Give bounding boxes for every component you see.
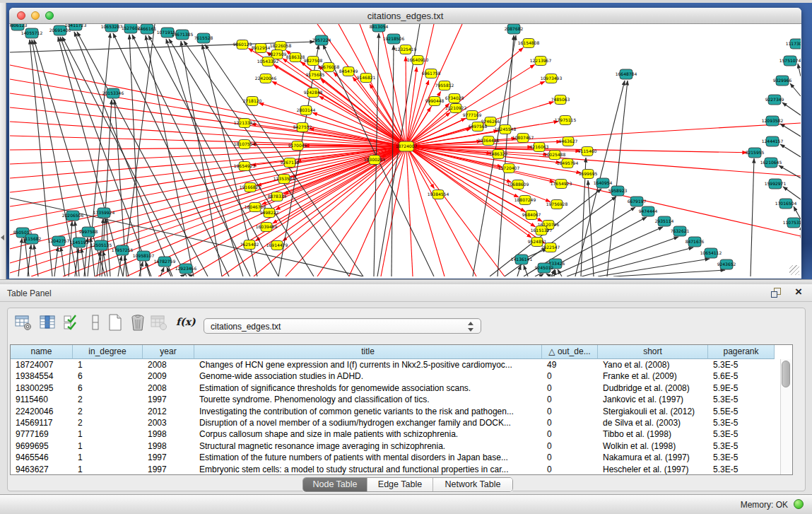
table-cell[interactable]: Investigating the contribution of common…: [194, 406, 542, 417]
network-node-yellow[interactable]: 18807249: [514, 196, 536, 205]
network-node-yellow[interactable]: 16914479: [266, 241, 288, 250]
table-cell[interactable]: 1: [73, 440, 143, 452]
network-node-teal[interactable]: 12923466: [175, 264, 197, 274]
table-cell[interactable]: 0: [542, 464, 598, 475]
table-cell[interactable]: 9465546: [11, 452, 73, 463]
table-cell[interactable]: Disruption of a novel member of a sodium…: [194, 417, 542, 428]
network-node-teal[interactable]: 16648784: [616, 69, 637, 79]
table-cell[interactable]: 49: [542, 359, 598, 370]
column-header-short[interactable]: short: [598, 345, 708, 359]
network-edge-red[interactable]: [10, 136, 406, 146]
table-cell[interactable]: 9777169: [11, 428, 73, 440]
network-node-teal[interactable]: 20153346: [102, 88, 124, 98]
network-edge-black[interactable]: [77, 32, 208, 276]
network-node-yellow[interactable]: 16245548: [495, 125, 517, 134]
table-cell[interactable]: 1: [73, 452, 143, 463]
table-cell[interactable]: 22420046: [11, 406, 73, 417]
close-panel-icon[interactable]: ×: [795, 285, 802, 299]
network-edge-black[interactable]: [546, 274, 551, 276]
horizontal-splitter[interactable]: [0, 279, 812, 284]
network-edge-red[interactable]: [10, 93, 406, 146]
network-node-yellow[interactable]: 9860123: [233, 40, 252, 49]
network-edge-red[interactable]: [406, 123, 801, 146]
select-columns-icon[interactable]: [38, 313, 57, 332]
network-node-teal[interactable]: 11173044: [786, 39, 801, 49]
network-edge-red[interactable]: [406, 146, 801, 236]
network-node-yellow[interactable]: 8186328: [286, 53, 305, 62]
network-node-yellow[interactable]: 12213342: [234, 119, 256, 128]
table-cell[interactable]: 5.6E-5: [708, 370, 775, 382]
network-graph[interactable]: 9806123140557122069140610411723106532871…: [10, 24, 801, 276]
table-cell[interactable]: 2: [73, 394, 143, 405]
table-row[interactable]: 1872400712008Changes of HCN gene express…: [11, 359, 775, 370]
network-node-teal[interactable]: 17359924: [93, 208, 115, 218]
network-edge-red[interactable]: [353, 77, 406, 146]
table-cell[interactable]: 0: [542, 428, 598, 440]
column-header-outde[interactable]: △ out_de...: [542, 345, 598, 359]
table-cell[interactable]: Tourette syndrome. Phenomenology and cla…: [194, 394, 542, 405]
network-node-teal[interactable]: 8215955: [746, 148, 765, 158]
network-node-teal[interactable]: 8813054: [370, 24, 389, 32]
network-edge-black[interactable]: [34, 245, 38, 276]
network-edge-black[interactable]: [169, 39, 314, 276]
table-cell[interactable]: 18724007: [11, 359, 73, 370]
network-edge-black[interactable]: [780, 124, 801, 136]
table-cell[interactable]: 2003: [143, 417, 194, 428]
table-cell[interactable]: 5.3E-5: [708, 359, 775, 370]
network-node-teal[interactable]: 19218506: [383, 34, 405, 44]
network-node-yellow[interactable]: 17975115: [555, 116, 577, 125]
network-node-yellow[interactable]: 8454749: [339, 67, 358, 76]
table-row[interactable]: 946362711997Embryonic stem cells: a mode…: [11, 464, 775, 475]
table-cell[interactable]: 6: [73, 370, 143, 382]
table-cell[interactable]: Embryonic stem cells: a model to study s…: [194, 464, 542, 475]
network-edge-black[interactable]: [798, 64, 801, 76]
table-cell[interactable]: 5.3E-5: [708, 464, 775, 475]
network-node-teal[interactable]: 16210645: [760, 158, 782, 168]
table-cell[interactable]: 5.3E-5: [708, 394, 775, 405]
table-cell[interactable]: 9463627: [11, 464, 73, 475]
table-cell[interactable]: 5.3E-5: [708, 417, 775, 428]
network-node-yellow[interactable]: 7486322: [489, 150, 508, 159]
table-cell[interactable]: 1997: [143, 394, 194, 405]
network-node-yellow[interactable]: 9267130: [281, 158, 300, 168]
network-node-yellow[interactable]: 16039489: [256, 223, 278, 232]
network-edge-black[interactable]: [182, 274, 185, 276]
network-node-teal[interactable]: 9997588: [79, 227, 98, 237]
table-cell[interactable]: Tibbo et al. (1998): [598, 428, 708, 440]
table-cell[interactable]: Estimation of the future numbers of pati…: [194, 452, 542, 463]
column-header-pagerank[interactable]: pagerank: [708, 345, 775, 359]
table-cell[interactable]: Hescheler et al. (1997): [598, 464, 708, 475]
tab-network-table[interactable]: Network Table: [433, 478, 512, 491]
table-cell[interactable]: 5.3E-5: [708, 428, 775, 440]
collapse-arrow-icon[interactable]: [1, 235, 4, 240]
table-cell[interactable]: 5.3E-5: [708, 452, 775, 463]
table-scrollbar[interactable]: [780, 359, 792, 474]
column-header-year[interactable]: year: [143, 345, 194, 359]
table-cell[interactable]: de Silva et al. (2003): [598, 417, 708, 428]
network-node-yellow[interactable]: 16154808: [518, 39, 540, 48]
network-node-yellow[interactable]: 9115460: [578, 147, 597, 156]
table-cell[interactable]: 0: [542, 382, 598, 394]
table-cell[interactable]: 2: [73, 406, 143, 417]
network-edge-black[interactable]: [132, 35, 250, 276]
network-node-yellow[interactable]: 9990448: [425, 97, 445, 106]
table-cell[interactable]: 0: [542, 452, 598, 463]
network-node-teal[interactable]: 12505135: [90, 240, 112, 250]
network-node-yellow[interactable]: 19384554: [428, 190, 449, 199]
table-cell[interactable]: 0: [542, 370, 598, 382]
network-edge-black[interactable]: [54, 247, 58, 276]
table-cell[interactable]: 1997: [143, 452, 194, 463]
network-node-teal[interactable]: 17957255: [112, 245, 134, 255]
new-table-icon[interactable]: [106, 313, 124, 332]
network-edge-red[interactable]: [10, 79, 406, 146]
merge-tables-icon[interactable]: [86, 313, 105, 332]
window-resize-grip[interactable]: [789, 265, 799, 275]
network-edge-red[interactable]: [283, 146, 406, 241]
table-cell[interactable]: Nakamura et al. (1997): [598, 452, 708, 463]
network-node-yellow[interactable]: 12325419: [395, 45, 417, 54]
network-edge-black[interactable]: [780, 144, 801, 157]
network-node-yellow[interactable]: 10807467: [512, 134, 534, 143]
network-node-teal[interactable]: 7957224: [312, 35, 331, 45]
network-node-yellow[interactable]: 18226058: [270, 42, 292, 51]
network-node-teal[interactable]: 14055712: [21, 28, 43, 38]
